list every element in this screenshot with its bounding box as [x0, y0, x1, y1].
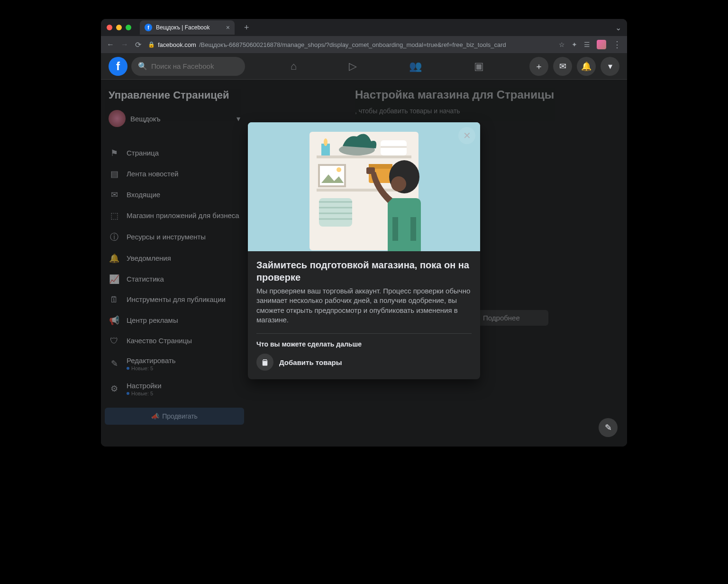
- reading-list-icon[interactable]: ☰: [584, 41, 590, 48]
- window-controls: [107, 25, 131, 30]
- close-modal-button[interactable]: ✕: [458, 127, 475, 144]
- browser-menu-icon[interactable]: ⋮: [613, 39, 621, 50]
- add-products-label: Добавить товары: [279, 358, 342, 366]
- titlebar: f Вещдокъ | Facebook × + ⌄: [101, 19, 627, 36]
- lock-icon: 🔒: [148, 41, 155, 48]
- profile-avatar[interactable]: [597, 40, 606, 49]
- address-bar: ← → ⟳ 🔒 facebook.com/Вещдокъ-66875060021…: [101, 36, 627, 53]
- bookmark-icon[interactable]: ☆: [559, 41, 565, 48]
- extensions-icon[interactable]: ✦: [572, 41, 577, 48]
- modal-title: Займитесь подготовкой магазина, пока он …: [256, 259, 472, 283]
- minimize-window[interactable]: [116, 25, 122, 30]
- nav-home-icon[interactable]: ⌂: [281, 56, 306, 76]
- url-field[interactable]: 🔒 facebook.com/Вещдокъ-668750600216878/m…: [148, 41, 552, 48]
- tab-overflow-icon[interactable]: ⌄: [615, 23, 621, 32]
- nav-groups-icon[interactable]: 👥: [400, 56, 431, 76]
- close-window[interactable]: [107, 25, 112, 30]
- svg-rect-17: [392, 217, 398, 241]
- facebook-favicon: f: [145, 24, 152, 31]
- svg-rect-3: [317, 155, 411, 158]
- modal-illustration: [248, 122, 480, 251]
- center-nav: ⌂ ▷ 👥 ▣: [249, 56, 526, 76]
- svg-point-15: [391, 176, 406, 192]
- svg-rect-19: [366, 167, 375, 174]
- messenger-button[interactable]: ✉: [553, 57, 572, 76]
- create-button[interactable]: ＋: [529, 57, 548, 76]
- app-body: Управление Страницей Вещдокъ ▾ ⚑Страница…: [101, 80, 627, 447]
- modal-overlay: ✕: [101, 80, 627, 447]
- account-menu-button[interactable]: ▾: [601, 57, 619, 76]
- nav-watch-icon[interactable]: ▷: [339, 56, 366, 76]
- url-path: /Вещдокъ-668750600216878/manage_shops/?d…: [199, 41, 506, 48]
- browser-window: f Вещдокъ | Facebook × + ⌄ ← → ⟳ 🔒 faceb…: [101, 19, 627, 447]
- nav-gaming-icon[interactable]: ▣: [464, 56, 493, 76]
- svg-rect-8: [381, 146, 407, 148]
- facebook-app: f 🔍 ⌂ ▷ 👥 ▣ ＋ ✉ 🔔 ▾ Управление Страницей: [101, 53, 627, 447]
- search-input[interactable]: [151, 62, 241, 70]
- shopping-bag-icon: [256, 354, 273, 371]
- modal-description: Мы проверяем ваш торговый аккаунт. Проце…: [256, 286, 472, 325]
- tab-title: Вещдокъ | Facebook: [156, 24, 209, 31]
- svg-point-10: [337, 167, 341, 172]
- notifications-button[interactable]: 🔔: [577, 57, 596, 76]
- close-tab-icon[interactable]: ×: [226, 24, 230, 31]
- svg-point-5: [324, 138, 328, 146]
- facebook-logo[interactable]: f: [109, 57, 127, 76]
- reload-button[interactable]: ⟳: [135, 40, 141, 49]
- browser-tab[interactable]: f Вещдокъ | Facebook ×: [140, 20, 235, 35]
- back-button[interactable]: ←: [107, 40, 114, 49]
- onboarding-modal: ✕: [248, 122, 480, 379]
- maximize-window[interactable]: [126, 25, 131, 30]
- url-host: facebook.com: [158, 41, 196, 48]
- app-header: f 🔍 ⌂ ▷ 👥 ▣ ＋ ✉ 🔔 ▾: [101, 53, 627, 80]
- search-icon: 🔍: [138, 62, 147, 71]
- search-bar[interactable]: 🔍: [131, 57, 245, 76]
- next-steps-label: Что вы можете сделать дальше: [256, 340, 472, 348]
- new-tab-button[interactable]: +: [244, 23, 249, 33]
- forward-button[interactable]: →: [121, 40, 128, 49]
- add-products-action[interactable]: Добавить товары: [256, 354, 472, 371]
- svg-rect-18: [410, 217, 416, 241]
- svg-rect-9: [319, 165, 345, 186]
